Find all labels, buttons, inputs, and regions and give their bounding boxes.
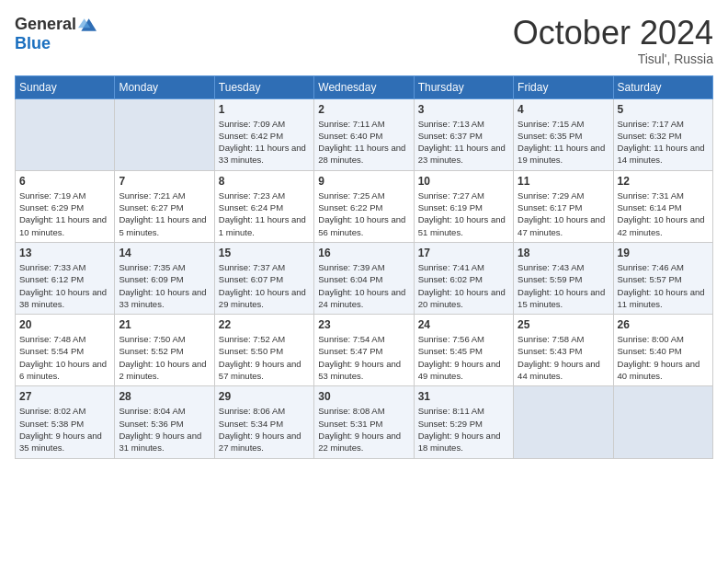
calendar-cell: 30 Sunrise: 8:08 AM Sunset: 5:31 PM Dayl… <box>314 386 414 458</box>
weekday-header: Thursday <box>414 75 513 98</box>
day-number: 8 <box>219 175 310 188</box>
location: Tisul', Russia <box>513 52 713 66</box>
month-title: October 2024 <box>513 15 713 52</box>
calendar-table: SundayMondayTuesdayWednesdayThursdayFrid… <box>15 75 713 459</box>
day-number: 1 <box>219 103 310 116</box>
calendar-week-row: 6 Sunrise: 7:19 AM Sunset: 6:29 PM Dayli… <box>16 170 713 242</box>
day-number: 17 <box>418 247 509 259</box>
day-info: Sunrise: 8:11 AM Sunset: 5:29 PM Dayligh… <box>418 405 509 454</box>
day-info: Sunrise: 7:50 AM Sunset: 5:52 PM Dayligh… <box>119 333 210 382</box>
day-number: 19 <box>618 247 709 259</box>
calendar-cell: 27 Sunrise: 8:02 AM Sunset: 5:38 PM Dayl… <box>16 386 115 458</box>
logo-icon <box>78 16 97 34</box>
calendar-week-row: 27 Sunrise: 8:02 AM Sunset: 5:38 PM Dayl… <box>16 386 713 458</box>
day-info: Sunrise: 7:17 AM Sunset: 6:32 PM Dayligh… <box>618 118 709 167</box>
day-number: 22 <box>219 318 310 331</box>
title-block: October 2024 Tisul', Russia <box>513 15 713 66</box>
calendar-cell: 8 Sunrise: 7:23 AM Sunset: 6:24 PM Dayli… <box>214 170 313 242</box>
calendar-week-row: 13 Sunrise: 7:33 AM Sunset: 6:12 PM Dayl… <box>16 242 713 314</box>
day-info: Sunrise: 7:31 AM Sunset: 6:14 PM Dayligh… <box>618 190 709 238</box>
calendar-cell: 28 Sunrise: 8:04 AM Sunset: 5:36 PM Dayl… <box>115 386 214 458</box>
calendar-cell: 1 Sunrise: 7:09 AM Sunset: 6:42 PM Dayli… <box>214 98 313 170</box>
calendar-cell: 16 Sunrise: 7:39 AM Sunset: 6:04 PM Dayl… <box>314 242 414 314</box>
day-number: 28 <box>119 390 210 403</box>
day-info: Sunrise: 7:09 AM Sunset: 6:42 PM Dayligh… <box>219 118 310 167</box>
day-number: 10 <box>418 175 509 188</box>
day-number: 31 <box>418 390 509 403</box>
day-number: 30 <box>318 390 409 403</box>
day-number: 24 <box>418 318 509 331</box>
day-info: Sunrise: 8:08 AM Sunset: 5:31 PM Dayligh… <box>318 405 409 454</box>
day-number: 6 <box>19 175 110 188</box>
day-number: 9 <box>318 175 409 188</box>
logo: General Blue <box>15 15 97 53</box>
calendar-cell <box>514 386 613 458</box>
day-number: 11 <box>518 175 609 188</box>
day-info: Sunrise: 7:27 AM Sunset: 6:19 PM Dayligh… <box>418 190 509 238</box>
calendar-cell: 13 Sunrise: 7:33 AM Sunset: 6:12 PM Dayl… <box>16 242 115 314</box>
calendar-cell: 31 Sunrise: 8:11 AM Sunset: 5:29 PM Dayl… <box>414 386 513 458</box>
day-info: Sunrise: 8:00 AM Sunset: 5:40 PM Dayligh… <box>618 333 709 382</box>
day-info: Sunrise: 7:11 AM Sunset: 6:40 PM Dayligh… <box>318 118 409 167</box>
day-info: Sunrise: 7:43 AM Sunset: 5:59 PM Dayligh… <box>518 261 609 310</box>
day-info: Sunrise: 8:02 AM Sunset: 5:38 PM Dayligh… <box>19 405 110 454</box>
calendar-cell: 5 Sunrise: 7:17 AM Sunset: 6:32 PM Dayli… <box>613 98 712 170</box>
calendar-cell: 2 Sunrise: 7:11 AM Sunset: 6:40 PM Dayli… <box>314 98 414 170</box>
day-number: 16 <box>318 247 409 259</box>
calendar-cell: 22 Sunrise: 7:52 AM Sunset: 5:50 PM Dayl… <box>214 315 313 386</box>
calendar-cell: 18 Sunrise: 7:43 AM Sunset: 5:59 PM Dayl… <box>514 242 613 314</box>
day-info: Sunrise: 7:41 AM Sunset: 6:02 PM Dayligh… <box>418 261 509 310</box>
calendar-cell: 6 Sunrise: 7:19 AM Sunset: 6:29 PM Dayli… <box>16 170 115 242</box>
day-info: Sunrise: 7:58 AM Sunset: 5:43 PM Dayligh… <box>518 333 609 382</box>
calendar-cell: 15 Sunrise: 7:37 AM Sunset: 6:07 PM Dayl… <box>214 242 313 314</box>
day-info: Sunrise: 7:52 AM Sunset: 5:50 PM Dayligh… <box>219 333 310 382</box>
day-info: Sunrise: 7:33 AM Sunset: 6:12 PM Dayligh… <box>19 261 110 310</box>
logo-blue: Blue <box>15 34 51 53</box>
day-number: 18 <box>518 247 609 259</box>
day-info: Sunrise: 7:25 AM Sunset: 6:22 PM Dayligh… <box>318 190 409 238</box>
day-info: Sunrise: 7:54 AM Sunset: 5:47 PM Dayligh… <box>318 333 409 382</box>
day-number: 7 <box>119 175 210 188</box>
day-number: 26 <box>618 318 709 331</box>
calendar-cell: 3 Sunrise: 7:13 AM Sunset: 6:37 PM Dayli… <box>414 98 513 170</box>
logo-general: General <box>15 15 76 34</box>
day-number: 15 <box>219 247 310 259</box>
weekday-header-row: SundayMondayTuesdayWednesdayThursdayFrid… <box>16 75 713 98</box>
calendar-cell: 23 Sunrise: 7:54 AM Sunset: 5:47 PM Dayl… <box>314 315 414 386</box>
day-number: 20 <box>19 318 110 331</box>
day-number: 23 <box>318 318 409 331</box>
weekday-header: Friday <box>514 75 613 98</box>
weekday-header: Saturday <box>613 75 712 98</box>
calendar-week-row: 1 Sunrise: 7:09 AM Sunset: 6:42 PM Dayli… <box>16 98 713 170</box>
weekday-header: Monday <box>115 75 214 98</box>
page-header: General Blue October 2024 Tisul', Russia <box>15 15 713 66</box>
day-info: Sunrise: 7:56 AM Sunset: 5:45 PM Dayligh… <box>418 333 509 382</box>
day-info: Sunrise: 7:35 AM Sunset: 6:09 PM Dayligh… <box>119 261 210 310</box>
day-number: 14 <box>119 247 210 259</box>
calendar-cell: 20 Sunrise: 7:48 AM Sunset: 5:54 PM Dayl… <box>16 315 115 386</box>
day-number: 4 <box>518 103 609 116</box>
calendar-cell: 17 Sunrise: 7:41 AM Sunset: 6:02 PM Dayl… <box>414 242 513 314</box>
day-info: Sunrise: 7:15 AM Sunset: 6:35 PM Dayligh… <box>518 118 609 167</box>
calendar-cell: 12 Sunrise: 7:31 AM Sunset: 6:14 PM Dayl… <box>613 170 712 242</box>
calendar-cell: 14 Sunrise: 7:35 AM Sunset: 6:09 PM Dayl… <box>115 242 214 314</box>
calendar-cell: 9 Sunrise: 7:25 AM Sunset: 6:22 PM Dayli… <box>314 170 414 242</box>
day-number: 27 <box>19 390 110 403</box>
day-number: 21 <box>119 318 210 331</box>
calendar-cell <box>613 386 712 458</box>
day-info: Sunrise: 7:23 AM Sunset: 6:24 PM Dayligh… <box>219 190 310 238</box>
day-info: Sunrise: 7:19 AM Sunset: 6:29 PM Dayligh… <box>19 190 110 238</box>
day-number: 13 <box>19 247 110 259</box>
calendar-week-row: 20 Sunrise: 7:48 AM Sunset: 5:54 PM Dayl… <box>16 315 713 386</box>
calendar-cell <box>115 98 214 170</box>
day-info: Sunrise: 7:13 AM Sunset: 6:37 PM Dayligh… <box>418 118 509 167</box>
day-info: Sunrise: 7:37 AM Sunset: 6:07 PM Dayligh… <box>219 261 310 310</box>
day-number: 5 <box>618 103 709 116</box>
day-info: Sunrise: 7:48 AM Sunset: 5:54 PM Dayligh… <box>19 333 110 382</box>
calendar-cell: 4 Sunrise: 7:15 AM Sunset: 6:35 PM Dayli… <box>514 98 613 170</box>
calendar-cell: 29 Sunrise: 8:06 AM Sunset: 5:34 PM Dayl… <box>214 386 313 458</box>
day-number: 3 <box>418 103 509 116</box>
day-info: Sunrise: 7:39 AM Sunset: 6:04 PM Dayligh… <box>318 261 409 310</box>
day-number: 25 <box>518 318 609 331</box>
weekday-header: Wednesday <box>314 75 414 98</box>
